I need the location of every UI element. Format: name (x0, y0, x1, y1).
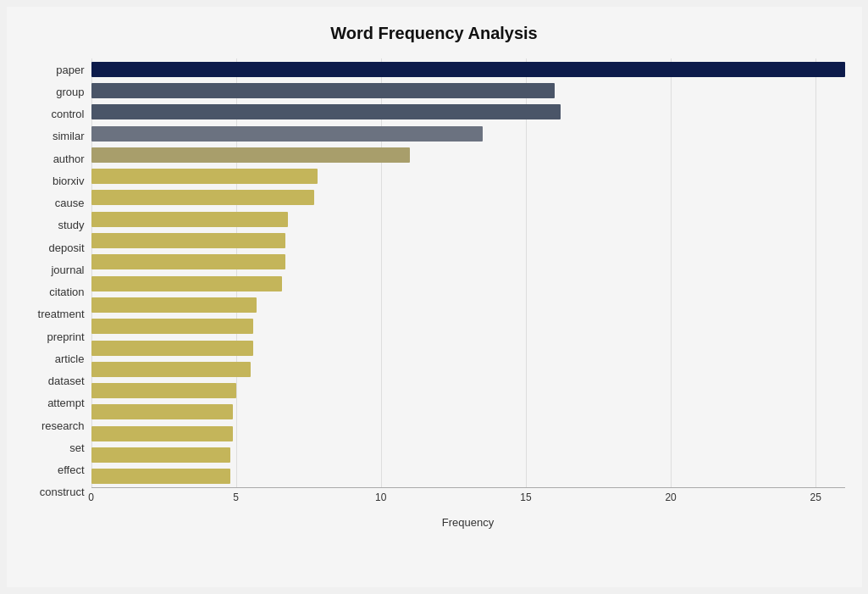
bar (91, 276, 283, 291)
bars-wrapper (91, 58, 845, 487)
chart-area: papergroupcontrolsimilarauthorbiorxivcau… (24, 58, 845, 529)
bar-row (91, 60, 845, 79)
x-tick: 15 (520, 491, 531, 503)
x-axis: 0510152025 (91, 487, 845, 513)
bar (91, 83, 556, 98)
bar-row (91, 446, 845, 464)
y-label: set (69, 442, 84, 453)
y-label: dataset (48, 375, 85, 386)
x-tick: 10 (375, 491, 386, 503)
bar-row (91, 296, 845, 314)
y-axis: papergroupcontrolsimilarauthorbiorxivcau… (24, 58, 91, 529)
bar-row (91, 253, 845, 271)
bar-row (91, 103, 845, 121)
bar-row (91, 146, 845, 164)
bar (91, 447, 230, 463)
y-label: author (53, 153, 85, 164)
x-tick: 25 (810, 491, 821, 503)
grid-line (526, 58, 527, 487)
y-label: paper (56, 64, 84, 75)
y-label: biorxiv (53, 175, 85, 186)
bar-row (91, 360, 845, 379)
bar (91, 404, 234, 419)
bar-row (91, 381, 845, 400)
bar-row (91, 81, 845, 100)
y-label: research (41, 420, 85, 431)
y-label: deposit (49, 242, 85, 253)
bar-row (91, 275, 845, 293)
bar-row (91, 167, 845, 186)
grid-line (815, 58, 816, 487)
bar-row (91, 317, 845, 336)
x-tick: 20 (665, 491, 676, 503)
bar-row (91, 425, 845, 443)
grid-line (381, 58, 382, 487)
x-axis-label: Frequency (91, 516, 845, 529)
y-label: citation (49, 286, 84, 297)
bar (91, 104, 561, 119)
bar (91, 319, 254, 334)
bar (91, 147, 411, 163)
bar (91, 297, 257, 313)
x-tick: 0 (88, 491, 94, 503)
bar (91, 62, 845, 77)
bars-and-xaxis: 0510152025 Frequency (91, 58, 845, 529)
bar (91, 190, 315, 205)
y-label: study (58, 219, 84, 230)
grid-lines (91, 58, 845, 487)
chart-container: Word Frequency Analysis papergroupcontro… (7, 7, 862, 587)
y-label: attempt (47, 397, 84, 408)
bar-row (91, 231, 845, 250)
bar-row (91, 188, 845, 207)
bar-row (91, 402, 845, 421)
y-label: effect (58, 464, 85, 475)
y-label: construct (40, 486, 85, 497)
bar (91, 362, 251, 377)
bar (91, 169, 318, 184)
bar-row (91, 339, 845, 358)
bar (91, 341, 254, 356)
bar (91, 254, 285, 269)
bar (91, 426, 234, 441)
bar (91, 383, 236, 398)
bar-row (91, 210, 845, 229)
y-label: similar (53, 130, 85, 142)
y-label: journal (51, 264, 84, 275)
grid-line (671, 58, 672, 487)
bar-row (91, 467, 845, 486)
x-tick: 5 (233, 491, 239, 503)
chart-title: Word Frequency Analysis (24, 24, 845, 43)
bar (91, 212, 289, 227)
y-label: cause (55, 197, 85, 208)
y-label: control (51, 108, 84, 119)
bar (91, 126, 483, 142)
grid-line (236, 58, 237, 487)
y-label: group (56, 86, 84, 97)
y-label: article (55, 353, 85, 364)
grid-line (91, 58, 92, 487)
y-label: treatment (38, 308, 85, 319)
bar-row (91, 125, 845, 143)
bar (91, 469, 230, 484)
bar (91, 233, 285, 248)
y-label: preprint (47, 331, 84, 342)
